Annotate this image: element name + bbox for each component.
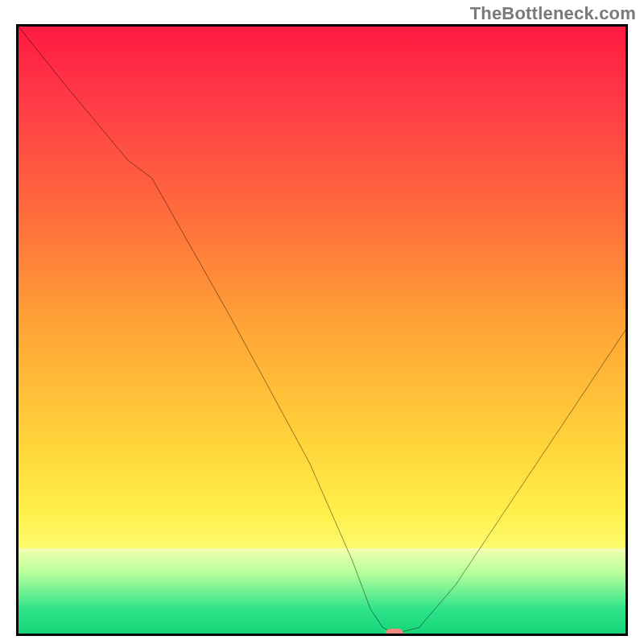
optimal-point-marker <box>386 629 403 636</box>
chart-frame <box>16 24 628 636</box>
bottleneck-curve <box>19 27 625 634</box>
watermark-text: TheBottleneck.com <box>470 3 636 24</box>
